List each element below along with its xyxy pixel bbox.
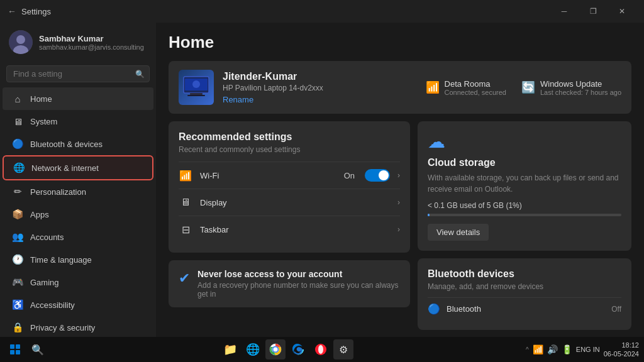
sidebar-item-bluetooth[interactable]: 🔵 Bluetooth & devices bbox=[3, 133, 153, 155]
time-icon: 🕐 bbox=[11, 253, 24, 266]
taskbar-app-chrome[interactable] bbox=[265, 339, 286, 359]
sidebar-item-label: Bluetooth & devices bbox=[30, 140, 103, 149]
recovery-desc: Add a recovery phone number to make sure… bbox=[197, 281, 400, 299]
sidebar-item-accessibility[interactable]: ♿ Accessibility bbox=[3, 293, 153, 316]
titlebar: ← Settings ─ ❐ ✕ bbox=[0, 0, 644, 23]
display-setting-label: Display bbox=[200, 198, 390, 207]
cloud-usage: < 0.1 GB used of 5 GB (1%) bbox=[428, 201, 621, 210]
search-container: 🔍 bbox=[6, 65, 150, 82]
taskbar-chevron-icon: › bbox=[397, 225, 400, 234]
user-email: sambhav.kumar@jarvis.consulting bbox=[39, 43, 144, 51]
back-button[interactable]: ← bbox=[8, 6, 16, 16]
svg-point-15 bbox=[274, 348, 278, 352]
main-content: Home Jitender-Kumar HP Pavilion Laptop 1… bbox=[156, 23, 644, 337]
search-input[interactable] bbox=[6, 65, 150, 82]
svg-rect-11 bbox=[10, 350, 14, 354]
cloud-title: Cloud storage bbox=[428, 157, 621, 168]
taskbar-locale: ENG IN bbox=[576, 346, 600, 353]
cloud-desc: With available storage, you can back up … bbox=[428, 172, 621, 195]
wifi-status: 📶 Deta Rooma Connected, secured bbox=[426, 79, 506, 96]
svg-rect-9 bbox=[10, 344, 14, 349]
accounts-icon: 👥 bbox=[11, 231, 24, 243]
device-info: Jitender-Kumar HP Pavilion Laptop 14-dv2… bbox=[223, 71, 417, 104]
system-icon: 🖥 bbox=[11, 115, 24, 128]
taskbar-app-browser[interactable]: 🌐 bbox=[243, 339, 263, 359]
sidebar: Sambhav Kumar sambhav.kumar@jarvis.consu… bbox=[0, 23, 156, 337]
sidebar-item-time[interactable]: 🕐 Time & language bbox=[3, 248, 153, 271]
taskbar-app-edge[interactable] bbox=[288, 339, 308, 359]
sidebar-item-network[interactable]: 🌐 Network & internet bbox=[3, 155, 153, 180]
restore-button[interactable]: ❐ bbox=[579, 0, 608, 23]
sidebar-item-personalization[interactable]: ✏ Personalization bbox=[3, 180, 153, 203]
taskbar-app-opera[interactable] bbox=[311, 339, 331, 359]
update-status: 🔄 Windows Update Last checked: 7 hours a… bbox=[521, 79, 621, 96]
rename-link[interactable]: Rename bbox=[223, 95, 417, 104]
wifi-setting-icon: 📶 bbox=[179, 168, 192, 182]
bluetooth-icon: 🔵 bbox=[11, 138, 24, 150]
sidebar-item-label: Network & internet bbox=[31, 163, 99, 173]
taskbar-date-display: 06-05-2024 bbox=[604, 349, 639, 358]
sidebar-item-apps[interactable]: 📦 Apps bbox=[3, 203, 153, 226]
wifi-setting-row[interactable]: 📶 Wi-Fi On › bbox=[179, 162, 400, 189]
bt-desc: Manage, add, and remove devices bbox=[428, 282, 621, 291]
bt-device-label: Bluetooth bbox=[447, 304, 605, 314]
cloud-progress-bar bbox=[428, 214, 621, 216]
svg-rect-8 bbox=[187, 95, 205, 96]
bt-device-icon: 🔵 bbox=[428, 303, 440, 315]
svg-rect-7 bbox=[190, 93, 203, 95]
sidebar-nav: ⌂ Home 🖥 System 🔵 Bluetooth & devices 🌐 … bbox=[0, 87, 156, 337]
bluetooth-devices-card: Bluetooth devices Manage, add, and remov… bbox=[418, 258, 631, 330]
wifi-setting-label: Wi-Fi bbox=[200, 171, 336, 180]
sidebar-item-system[interactable]: 🖥 System bbox=[3, 110, 153, 133]
device-meta: 📶 Deta Rooma Connected, secured 🔄 Window… bbox=[426, 79, 621, 96]
apps-icon: 📦 bbox=[11, 208, 24, 221]
network-icon: 🌐 bbox=[13, 162, 25, 174]
wifi-connected: Connected, secured bbox=[445, 89, 506, 96]
avatar bbox=[9, 30, 33, 54]
recommended-title: Recommended settings bbox=[179, 131, 400, 143]
sidebar-item-label: System bbox=[30, 117, 57, 126]
taskbar-app-settings[interactable]: ⚙ bbox=[333, 339, 353, 359]
sidebar-item-label: Home bbox=[30, 94, 52, 104]
windows-update-icon: 🔄 bbox=[521, 80, 535, 94]
right-column: ☁ Cloud storage With available storage, … bbox=[418, 121, 631, 330]
taskbar-left: 🔍 bbox=[5, 339, 48, 359]
window-title: Settings bbox=[21, 7, 51, 16]
taskbar-tray-arrow[interactable]: ^ bbox=[526, 346, 529, 353]
taskbar-time-display: 18:12 bbox=[604, 341, 639, 349]
recovery-card[interactable]: ✔ Never lose access to your account Add … bbox=[169, 260, 410, 307]
sidebar-item-accounts[interactable]: 👥 Accounts bbox=[3, 226, 153, 248]
sidebar-item-privacy[interactable]: 🔒 Privacy & security bbox=[3, 316, 153, 337]
bt-device-status: Off bbox=[611, 305, 621, 314]
taskbar-app-files[interactable]: 📁 bbox=[220, 339, 240, 359]
taskbar-search[interactable]: 🔍 bbox=[28, 339, 48, 359]
start-button[interactable] bbox=[5, 339, 25, 359]
wifi-toggle[interactable] bbox=[365, 169, 390, 182]
wifi-icon: 📶 bbox=[426, 80, 440, 94]
taskbar-network-icon: 📶 bbox=[533, 344, 543, 354]
display-setting-row[interactable]: 🖥 Display › bbox=[179, 189, 400, 216]
taskbar-setting-icon: ⊟ bbox=[179, 222, 192, 236]
bluetooth-device-row[interactable]: 🔵 Bluetooth Off bbox=[428, 297, 621, 320]
device-model: HP Pavilion Laptop 14-dv2xxx bbox=[223, 84, 417, 92]
home-icon: ⌂ bbox=[11, 92, 24, 105]
svg-point-17 bbox=[318, 345, 323, 354]
sidebar-item-home[interactable]: ⌂ Home bbox=[3, 87, 153, 110]
svg-rect-12 bbox=[16, 350, 20, 354]
recommended-settings-card: Recommended settings Recent and commonly… bbox=[169, 121, 410, 253]
close-button[interactable]: ✕ bbox=[608, 0, 636, 23]
view-details-button[interactable]: View details bbox=[428, 224, 489, 241]
user-profile[interactable]: Sambhav Kumar sambhav.kumar@jarvis.consu… bbox=[0, 23, 156, 62]
left-column: Recommended settings Recent and commonly… bbox=[169, 121, 410, 330]
recovery-title: Never lose access to your account bbox=[197, 269, 400, 279]
taskbar-setting-label: Taskbar bbox=[200, 225, 390, 234]
recommended-subtitle: Recent and commonly used settings bbox=[179, 145, 400, 154]
recovery-check-icon: ✔ bbox=[179, 270, 190, 287]
device-name: Jitender-Kumar bbox=[223, 71, 417, 82]
taskbar-setting-row[interactable]: ⊟ Taskbar › bbox=[179, 216, 400, 243]
minimize-button[interactable]: ─ bbox=[550, 0, 579, 23]
wifi-network: Deta Rooma bbox=[445, 79, 506, 89]
sidebar-item-label: Accessibility bbox=[30, 300, 75, 310]
sidebar-item-gaming[interactable]: 🎮 Gaming bbox=[3, 271, 153, 293]
sidebar-item-label: Gaming bbox=[30, 278, 59, 287]
